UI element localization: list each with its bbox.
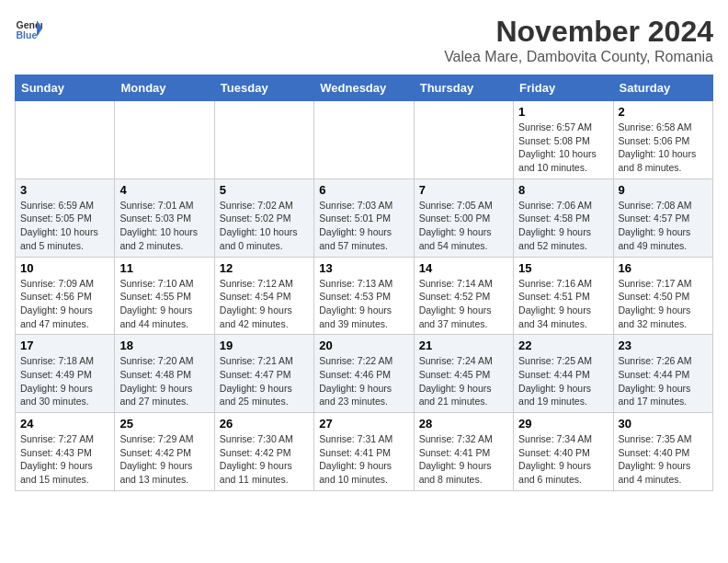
calendar-week-row: 3Sunrise: 6:59 AM Sunset: 5:05 PM Daylig… [16,178,713,257]
day-number: 15 [518,261,608,275]
day-info: Sunrise: 7:01 AM Sunset: 5:03 PM Dayligh… [119,199,209,253]
calendar-header-friday: Friday [514,75,613,101]
calendar-cell: 19Sunrise: 7:21 AM Sunset: 4:47 PM Dayli… [214,335,313,413]
day-number: 28 [419,417,508,431]
calendar-cell: 25Sunrise: 7:29 AM Sunset: 4:42 PM Dayli… [115,413,214,491]
logo-icon: General Blue [15,15,42,42]
day-number: 20 [319,339,408,352]
calendar-header-row: SundayMondayTuesdayWednesdayThursdayFrid… [16,75,713,101]
calendar-cell: 20Sunrise: 7:22 AM Sunset: 4:46 PM Dayli… [314,335,414,413]
day-info: Sunrise: 7:22 AM Sunset: 4:46 PM Dayligh… [319,354,408,408]
calendar-cell: 10Sunrise: 7:09 AM Sunset: 4:56 PM Dayli… [16,257,115,335]
day-info: Sunrise: 7:21 AM Sunset: 4:47 PM Dayligh… [220,354,309,408]
day-info: Sunrise: 7:24 AM Sunset: 4:45 PM Dayligh… [419,354,508,408]
calendar-table: SundayMondayTuesdayWednesdayThursdayFrid… [15,75,713,491]
calendar-cell: 16Sunrise: 7:17 AM Sunset: 4:50 PM Dayli… [613,257,712,335]
calendar-cell: 4Sunrise: 7:01 AM Sunset: 5:03 PM Daylig… [115,178,214,257]
day-number: 6 [319,183,408,197]
calendar-cell [414,101,513,179]
calendar-cell: 29Sunrise: 7:34 AM Sunset: 4:40 PM Dayli… [514,413,613,491]
day-number: 27 [319,417,408,431]
day-info: Sunrise: 7:30 AM Sunset: 4:42 PM Dayligh… [220,432,309,487]
calendar-cell: 14Sunrise: 7:14 AM Sunset: 4:52 PM Dayli… [414,257,513,335]
calendar-week-row: 1Sunrise: 6:57 AM Sunset: 5:08 PM Daylig… [16,101,713,179]
calendar-cell: 22Sunrise: 7:25 AM Sunset: 4:44 PM Dayli… [514,335,613,413]
calendar-cell [314,101,414,179]
calendar-cell [214,101,313,179]
calendar-cell: 12Sunrise: 7:12 AM Sunset: 4:54 PM Dayli… [214,257,313,335]
calendar-header-monday: Monday [115,75,214,101]
day-info: Sunrise: 7:02 AM Sunset: 5:02 PM Dayligh… [220,199,309,253]
day-number: 10 [20,261,109,275]
subtitle: Valea Mare, Dambovita County, Romania [444,49,713,65]
day-info: Sunrise: 7:35 AM Sunset: 4:40 PM Dayligh… [619,432,708,487]
calendar-cell: 9Sunrise: 7:08 AM Sunset: 4:57 PM Daylig… [613,178,712,257]
day-info: Sunrise: 7:10 AM Sunset: 4:55 PM Dayligh… [119,277,209,331]
calendar-cell: 28Sunrise: 7:32 AM Sunset: 4:41 PM Dayli… [414,413,513,491]
calendar-cell: 6Sunrise: 7:03 AM Sunset: 5:01 PM Daylig… [314,178,414,257]
calendar-week-row: 24Sunrise: 7:27 AM Sunset: 4:43 PM Dayli… [16,413,713,491]
day-number: 22 [518,339,608,352]
calendar-header-thursday: Thursday [414,75,513,101]
calendar-week-row: 17Sunrise: 7:18 AM Sunset: 4:49 PM Dayli… [16,335,713,413]
day-info: Sunrise: 7:17 AM Sunset: 4:50 PM Dayligh… [619,277,708,331]
calendar-cell: 23Sunrise: 7:26 AM Sunset: 4:44 PM Dayli… [613,335,712,413]
calendar-cell: 17Sunrise: 7:18 AM Sunset: 4:49 PM Dayli… [16,335,115,413]
day-number: 9 [619,183,708,197]
day-info: Sunrise: 7:13 AM Sunset: 4:53 PM Dayligh… [319,277,408,331]
page-header: General Blue November 2024 Valea Mare, D… [15,15,713,65]
day-info: Sunrise: 7:34 AM Sunset: 4:40 PM Dayligh… [518,432,608,487]
day-number: 25 [119,417,209,431]
day-number: 21 [419,339,508,352]
day-info: Sunrise: 7:29 AM Sunset: 4:42 PM Dayligh… [119,432,209,487]
day-number: 1 [518,105,608,119]
day-info: Sunrise: 7:03 AM Sunset: 5:01 PM Dayligh… [319,199,408,253]
day-number: 2 [619,105,708,119]
day-number: 29 [518,417,608,431]
day-number: 8 [518,183,608,197]
calendar-header-sunday: Sunday [16,75,115,101]
calendar-cell: 24Sunrise: 7:27 AM Sunset: 4:43 PM Dayli… [16,413,115,491]
day-info: Sunrise: 7:20 AM Sunset: 4:48 PM Dayligh… [119,354,209,408]
svg-text:Blue: Blue [17,29,38,40]
day-info: Sunrise: 7:25 AM Sunset: 4:44 PM Dayligh… [518,354,608,408]
day-info: Sunrise: 6:57 AM Sunset: 5:08 PM Dayligh… [518,121,608,175]
day-number: 7 [419,183,508,197]
title-section: November 2024 Valea Mare, Dambovita Coun… [444,15,713,65]
day-number: 19 [220,339,309,352]
day-number: 17 [20,339,109,352]
calendar-header-wednesday: Wednesday [314,75,414,101]
day-info: Sunrise: 7:18 AM Sunset: 4:49 PM Dayligh… [20,354,109,408]
day-number: 30 [619,417,708,431]
day-info: Sunrise: 7:27 AM Sunset: 4:43 PM Dayligh… [20,432,109,487]
calendar-header-saturday: Saturday [613,75,712,101]
day-info: Sunrise: 7:31 AM Sunset: 4:41 PM Dayligh… [319,432,408,487]
day-number: 14 [419,261,508,275]
calendar-cell: 15Sunrise: 7:16 AM Sunset: 4:51 PM Dayli… [514,257,613,335]
day-number: 11 [119,261,209,275]
day-number: 24 [20,417,109,431]
day-info: Sunrise: 6:59 AM Sunset: 5:05 PM Dayligh… [20,199,109,253]
day-number: 5 [220,183,309,197]
day-number: 23 [619,339,708,352]
day-info: Sunrise: 7:06 AM Sunset: 4:58 PM Dayligh… [518,199,608,253]
main-title: November 2024 [444,15,713,49]
logo: General Blue [15,15,42,42]
calendar-cell: 27Sunrise: 7:31 AM Sunset: 4:41 PM Dayli… [314,413,414,491]
day-info: Sunrise: 7:05 AM Sunset: 5:00 PM Dayligh… [419,199,508,253]
day-info: Sunrise: 7:12 AM Sunset: 4:54 PM Dayligh… [220,277,309,331]
calendar-cell: 11Sunrise: 7:10 AM Sunset: 4:55 PM Dayli… [115,257,214,335]
day-number: 12 [220,261,309,275]
day-number: 4 [119,183,209,197]
calendar-header-tuesday: Tuesday [214,75,313,101]
day-number: 26 [220,417,309,431]
calendar-cell: 2Sunrise: 6:58 AM Sunset: 5:06 PM Daylig… [613,101,712,179]
calendar-cell [115,101,214,179]
day-info: Sunrise: 6:58 AM Sunset: 5:06 PM Dayligh… [619,121,708,175]
day-info: Sunrise: 7:16 AM Sunset: 4:51 PM Dayligh… [518,277,608,331]
calendar-cell: 30Sunrise: 7:35 AM Sunset: 4:40 PM Dayli… [613,413,712,491]
day-info: Sunrise: 7:26 AM Sunset: 4:44 PM Dayligh… [619,354,708,408]
calendar-cell: 21Sunrise: 7:24 AM Sunset: 4:45 PM Dayli… [414,335,513,413]
calendar-cell: 3Sunrise: 6:59 AM Sunset: 5:05 PM Daylig… [16,178,115,257]
calendar-cell: 5Sunrise: 7:02 AM Sunset: 5:02 PM Daylig… [214,178,313,257]
